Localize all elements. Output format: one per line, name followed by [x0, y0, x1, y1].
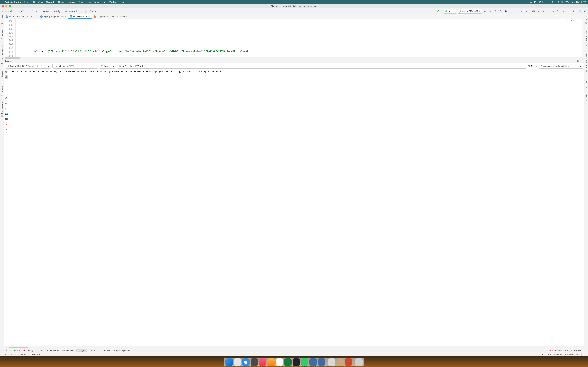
logcat-output[interactable]: 2022-07-27 17:11:53.197 16383-16383/com.… [9, 69, 584, 346]
status-encoding[interactable]: UTF-8 [546, 353, 551, 355]
up-stack-icon[interactable]: ↑ [5, 81, 8, 84]
battery-icon[interactable] [539, 1, 543, 3]
status-git-branch[interactable]: ⎇ master [564, 353, 573, 356]
dock-launchpad-icon[interactable] [234, 359, 241, 366]
rail-gradle[interactable]: 🐘Gradle [585, 15, 588, 24]
bt-profiler[interactable]: 〰Profiler [101, 349, 111, 352]
down-stack-icon[interactable]: ↓ [5, 86, 8, 89]
clear-logcat-icon[interactable]: 🗑 [5, 70, 8, 73]
rail-emulator[interactable]: ▯Emulator [585, 78, 588, 88]
rail-build-variants[interactable]: ▣Build Variants [1, 102, 3, 117]
run-icon[interactable]: ▶ [483, 10, 486, 13]
close-tab-icon[interactable]: × [35, 15, 36, 18]
apply-changes-icon[interactable]: ⟳ [488, 10, 492, 13]
menu-refactor[interactable]: Refactor [67, 1, 75, 3]
crumb[interactable]: java [17, 10, 22, 13]
crumb[interactable]: main [8, 10, 14, 13]
logcat-level-dropdown[interactable]: Verbose▾ [100, 64, 115, 68]
run-config-dropdown[interactable]: app▾ [444, 9, 456, 14]
bt-run[interactable]: ▶Run [14, 349, 20, 352]
menu-tools[interactable]: Tools [94, 1, 99, 3]
control-center-icon[interactable] [556, 1, 559, 3]
menu-code[interactable]: Code [58, 1, 64, 3]
inspection-summary[interactable]: ▲11 ✔19 ⌃ ⌄ [564, 20, 581, 22]
crumb[interactable]: com [26, 10, 31, 13]
git-history-icon[interactable]: ⟲ [551, 10, 554, 13]
down-arrow-icon[interactable]: ⌄ [579, 20, 581, 22]
panel-settings-icon[interactable]: ⚙ [577, 60, 579, 62]
rail-structure[interactable]: ፨Structure [1, 70, 3, 81]
bt-git[interactable]: ⎇Git [5, 349, 11, 352]
attach-debugger-icon[interactable]: ⎋ [520, 10, 523, 13]
menu-app[interactable]: Android Studio [5, 1, 21, 3]
bt-todo[interactable]: ☑TODO [36, 349, 44, 352]
tray-icon[interactable]: ▭ [530, 1, 532, 3]
rail-project[interactable]: ▤Project [1, 15, 3, 25]
terminate-icon[interactable]: ■ [5, 123, 8, 126]
screen-record-icon[interactable]: 🎥 [5, 117, 8, 121]
dock-excel-icon[interactable] [284, 359, 292, 366]
menubar-clock[interactable]: Wed 27 Jul 5:19 PM [565, 1, 586, 3]
spotlight-icon[interactable] [551, 1, 553, 3]
coverage-icon[interactable]: ⛶ [509, 10, 513, 13]
up-arrow-icon[interactable]: ⌃ [577, 20, 578, 22]
menu-run[interactable]: Run [87, 1, 91, 3]
dock-app-icon[interactable] [318, 359, 325, 366]
bt-build[interactable]: 🔨Build [90, 349, 98, 352]
stop-icon[interactable]: ■ [525, 10, 528, 13]
clear-search-icon[interactable]: × [523, 65, 525, 67]
bt-layout-inspector[interactable]: ▦Layout Inspector [564, 349, 583, 352]
bt-event-log[interactable]: ◉Event Log [550, 349, 562, 352]
menu-navigate[interactable]: Navigate [46, 1, 55, 3]
crumb-method[interactable]: monCreate [84, 10, 97, 13]
dock-finder-icon[interactable] [225, 359, 233, 366]
device-dropdown[interactable]: realme RMX2027▾ [457, 9, 482, 14]
dock-xcode-icon[interactable] [309, 359, 317, 366]
git-push-icon[interactable]: ↗ [546, 10, 550, 13]
rail-commit[interactable]: ✔Commit [1, 30, 3, 40]
logcat-h-scrollbar[interactable] [4, 346, 584, 348]
dock-settings-icon[interactable] [251, 359, 258, 366]
close-tab-icon[interactable]: × [126, 15, 127, 18]
logcat-search-input[interactable]: 🔍 × [117, 64, 526, 68]
profile-icon[interactable]: 〰 [515, 10, 518, 13]
restart-icon[interactable]: ⟳ [5, 102, 8, 105]
print-icon[interactable]: 🖨 [5, 96, 8, 100]
rail-favorites[interactable]: ★Favorites [1, 86, 3, 97]
dock-contacts-icon[interactable] [337, 359, 344, 366]
status-lock-icon[interactable]: 🔒 [580, 353, 583, 356]
git-pull-icon[interactable]: ↙ [537, 10, 541, 13]
debug-icon[interactable]: ☰ [499, 10, 502, 13]
rail-device-file-explorer[interactable]: ▤Device File Explorer [585, 52, 588, 72]
editor-tab[interactable]: AccountSwitchFragment.kt× [4, 14, 38, 19]
crumb-class[interactable]: HomeActivity [65, 10, 81, 13]
bt-problems[interactable]: ⊘Problems [47, 349, 59, 352]
bt-terminal[interactable]: ⌨Terminal [62, 349, 73, 352]
dock-preview-icon[interactable] [328, 359, 336, 366]
avd-manager-icon[interactable]: ▭ [563, 10, 566, 13]
bug-icon[interactable]: 🐞 [504, 10, 508, 13]
dock-whatsapp-icon[interactable] [301, 359, 308, 366]
status-memory-icon[interactable]: ▤ [576, 353, 578, 356]
menu-file[interactable]: File [24, 1, 28, 3]
logcat-process-dropdown[interactable]: com.nib.edutor (16383) ▾ [52, 64, 98, 68]
sdk-manager-icon[interactable]: ▫ [567, 10, 571, 13]
regex-checkbox-input[interactable] [528, 65, 530, 67]
code-editor[interactable]: 136 137 138 139 140 141 142 143 144 145 … [4, 19, 584, 57]
status-caret-pos[interactable]: 2:1 [536, 353, 538, 355]
menu-git[interactable]: Git [103, 1, 105, 3]
scroll-to-end-icon[interactable]: ⇊ [5, 75, 8, 79]
dock-app-icon[interactable] [293, 359, 300, 366]
logcat-filter-dropdown[interactable]: Show only selected application▾ [539, 64, 583, 68]
code-area[interactable]: ▲11 ✔19 ⌃ ⌄ val t = "[{\"@context\":[\"v… [21, 19, 584, 57]
editor-tab[interactable]: fragment_account_switch.xml× [92, 14, 129, 19]
rail-resource-manager[interactable]: ⊞Resource Manager [1, 45, 3, 64]
close-tab-icon[interactable]: × [89, 15, 90, 18]
editor-tab[interactable]: HomeActivity.kt× [68, 14, 92, 19]
dock-notes-icon[interactable] [268, 359, 275, 366]
git-revert-icon[interactable]: ↶ [555, 10, 559, 13]
crumb[interactable]: nib [35, 10, 39, 13]
search-everywhere-icon[interactable]: 🔍 [579, 10, 582, 13]
logcat-search-field[interactable] [122, 65, 522, 67]
siri-icon[interactable]: ◉ [561, 1, 563, 3]
